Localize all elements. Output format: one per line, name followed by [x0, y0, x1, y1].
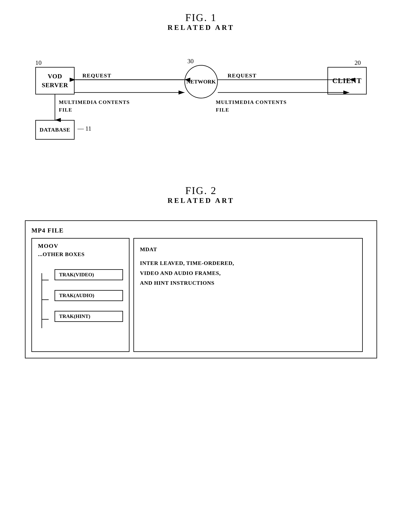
database-label: DATABASE — [40, 127, 70, 133]
trak-audio-box: TRAK(AUDIO) — [55, 290, 123, 301]
client-label: CLIENT — [332, 76, 362, 85]
network-circle: NETWORK — [185, 65, 218, 98]
vod-server-label: VODSERVER — [42, 72, 68, 89]
mdat-content: MDAT INTER LEAVED, TIME-ORDERED, VIDEO A… — [140, 245, 356, 288]
mdat-line2: VIDEO AND AUDIO FRAMES, — [140, 268, 356, 278]
fig2-subtitle: RELATED ART — [16, 196, 386, 205]
mp4-file-label: MP4 FILE — [31, 227, 371, 234]
trak-connectors-svg — [38, 269, 50, 332]
trak-video-row: TRAK(VIDEO) — [55, 269, 123, 280]
network-label: NETWORK — [186, 78, 216, 85]
fig2-title: FIG. 2 — [16, 185, 386, 196]
client-box: CLIENT — [328, 67, 367, 95]
trak-video-box: TRAK(VIDEO) — [55, 269, 123, 280]
fig2-section: FIG. 2 RELATED ART MP4 FILE MOOV ...OTHE… — [16, 185, 386, 358]
ref-30: 30 — [187, 57, 194, 65]
page: FIG. 1 RELATED ART 10 30 20 VODSERVER NE… — [0, 0, 402, 532]
boxes-row: MOOV ...OTHER BOXES TRAK(V — [31, 238, 371, 352]
trak-audio-row: TRAK(AUDIO) — [55, 290, 123, 301]
ref-10: 10 — [35, 59, 42, 66]
ref-20: 20 — [354, 59, 361, 66]
mdat-label: MDAT — [140, 245, 356, 254]
request-label-1: REQUEST — [82, 72, 111, 79]
diagram1: 10 30 20 VODSERVER NETWORK CLIENT DATABA… — [16, 47, 386, 161]
ref-11: — 11 — [78, 125, 91, 132]
fig1-subtitle: RELATED ART — [16, 23, 386, 32]
request-label-2: REQUEST — [228, 72, 257, 79]
moov-box: MOOV ...OTHER BOXES TRAK(V — [31, 238, 130, 352]
trak-section: TRAK(VIDEO) TRAK(AUDIO) TRAK(HINT) — [38, 269, 123, 322]
trak-hint-row: TRAK(HINT) — [55, 311, 123, 322]
database-box: DATABASE — [35, 120, 74, 140]
trak-hint-box: TRAK(HINT) — [55, 311, 123, 322]
fig1-title-block: FIG. 1 RELATED ART — [16, 12, 386, 32]
fig1-title: FIG. 1 — [16, 12, 386, 23]
mdat-line3: AND HINT INSTRUCTIONS — [140, 278, 356, 288]
vod-server-box: VODSERVER — [35, 67, 74, 95]
mm-file-label-1: MULTIMEDIA CONTENTSFILE — [59, 98, 130, 114]
other-boxes-label: ...OTHER BOXES — [38, 251, 123, 257]
fig2-title-block: FIG. 2 RELATED ART — [16, 185, 386, 205]
mdat-area: MDAT INTER LEAVED, TIME-ORDERED, VIDEO A… — [133, 238, 363, 352]
mm-file-label-2: MULTIMEDIA CONTENTSFILE — [216, 98, 287, 114]
moov-label: MOOV — [38, 242, 123, 249]
mdat-line1: INTER LEAVED, TIME-ORDERED, — [140, 258, 356, 268]
diagram2: MP4 FILE MOOV ...OTHER BOXES — [25, 220, 377, 358]
